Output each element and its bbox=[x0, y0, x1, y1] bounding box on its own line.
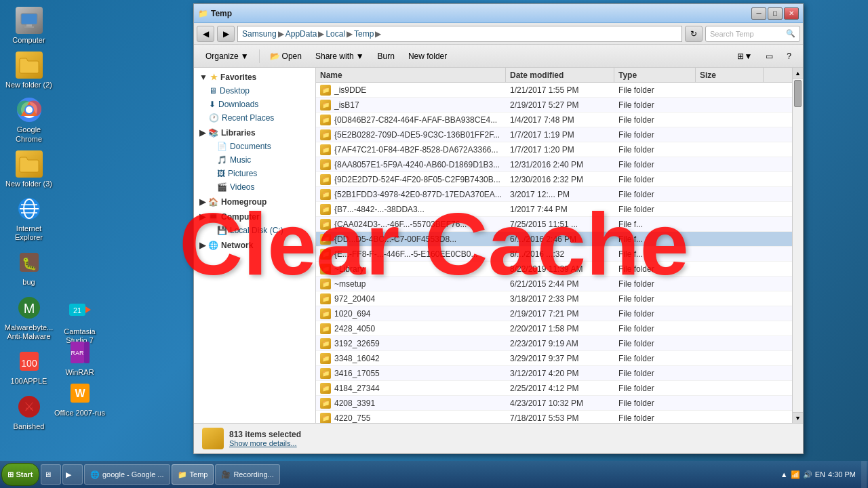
refresh-button[interactable]: ↻ bbox=[685, 26, 703, 42]
table-row[interactable]: 📁 {B7...-4842-...-38DDA3... 1/2017 7:44 … bbox=[316, 202, 792, 217]
scroll-up-button[interactable]: ▲ bbox=[793, 68, 803, 79]
desktop-icon-apple[interactable]: 100 100APPLE bbox=[3, 348, 54, 386]
path-appdata[interactable]: AppData bbox=[285, 29, 317, 39]
help-button[interactable]: ? bbox=[781, 47, 797, 65]
table-row[interactable]: 📁 2428_4050 2/20/2017 1:58 PM File folde… bbox=[316, 321, 792, 336]
table-row[interactable]: 📁 3348_16042 3/29/2017 9:37 PM File fold… bbox=[316, 351, 792, 366]
file-cell-type: File folder bbox=[614, 205, 696, 214]
view-toggle-button[interactable]: ⊞▼ bbox=[731, 47, 758, 65]
burn-button[interactable]: Burn bbox=[372, 47, 401, 65]
taskbar-folder-icon: 📁 bbox=[178, 470, 187, 479]
system-clock[interactable]: 4:30 PM bbox=[828, 470, 856, 479]
nav-item-recent[interactable]: 🕐 Recent Places bbox=[194, 111, 315, 125]
desktop-icon-winrar[interactable]: RAR WinRAR bbox=[54, 339, 105, 377]
col-header-size[interactable]: Size bbox=[696, 68, 764, 82]
share-with-button[interactable]: Share with ▼ bbox=[309, 47, 370, 65]
organize-button[interactable]: Organize ▼ bbox=[199, 47, 255, 65]
desktop-icon-computer[interactable]: Computer bbox=[3, 7, 54, 45]
table-row[interactable]: 📁 {5E2B0282-709D-4DE5-9C3C-136B01FF2F...… bbox=[316, 127, 792, 142]
table-row[interactable]: 📁 _isB17 2/19/2017 5:27 PM File folder bbox=[316, 98, 792, 113]
start-button[interactable]: ⊞ Start bbox=[1, 463, 39, 486]
nav-item-local-disk[interactable]: 💾 Local Disk (C:) bbox=[194, 224, 315, 237]
network-header[interactable]: ▶ 🌐 Network bbox=[194, 239, 315, 252]
path-samsung[interactable]: Samsung bbox=[242, 29, 277, 39]
table-row[interactable]: 📁 {9D2E2D7D-524F-4F20-8F05-C2F9B7430B...… bbox=[316, 172, 792, 187]
taskbar-show-desktop-button[interactable]: 🖥 bbox=[41, 464, 61, 485]
col-header-type[interactable]: Type bbox=[614, 68, 696, 82]
forward-button[interactable]: ▶ bbox=[217, 26, 235, 42]
toolbar-separator-1 bbox=[259, 49, 260, 63]
nav-item-music[interactable]: 🎵 Music bbox=[194, 153, 315, 167]
computer-header[interactable]: ▶ 💻 Computer bbox=[194, 210, 315, 224]
table-row[interactable]: 📁 4208_3391 4/23/2017 10:32 PM File fold… bbox=[316, 396, 792, 411]
search-box[interactable]: Search Temp 🔍 bbox=[705, 26, 800, 42]
table-row[interactable]: 📁 3192_32659 2/23/2017 9:19 AM File fold… bbox=[316, 336, 792, 351]
desktop-icon-malware[interactable]: M Malwarebyte... Anti-Malware bbox=[3, 294, 54, 341]
address-path[interactable]: Samsung ▶ AppData ▶ Local ▶ Temp ▶ bbox=[237, 26, 682, 42]
back-button[interactable]: ◀ bbox=[197, 26, 214, 42]
desktop-icon-ie[interactable]: Internet Explorer bbox=[3, 195, 54, 242]
nav-item-documents[interactable]: 📄 Documents bbox=[194, 140, 315, 153]
homegroup-header[interactable]: ▶ 🏠 Homegroup bbox=[194, 195, 315, 209]
show-details-link[interactable]: Show more details... bbox=[229, 439, 301, 447]
tray-arrow-icon[interactable]: ▲ bbox=[781, 470, 788, 479]
scroll-thumb[interactable] bbox=[794, 80, 802, 107]
table-row[interactable]: 📁 {0D846B27-C824-464F-AFAF-BBA938CE4... … bbox=[316, 113, 792, 127]
preview-pane-button[interactable]: ▭ bbox=[760, 47, 779, 65]
libraries-header[interactable]: ▶ 📚 Libraries bbox=[194, 126, 315, 140]
favorites-header[interactable]: ▼ ★ Favorites bbox=[194, 70, 315, 84]
table-row[interactable]: 📁 _is9DDE 1/21/2017 1:55 PM File folder bbox=[316, 83, 792, 98]
scroll-track[interactable]: ▲ ▼ bbox=[792, 68, 803, 423]
table-row[interactable]: 📁 4184_27344 2/25/2017 4:12 PM File fold… bbox=[316, 381, 792, 396]
table-row[interactable]: 📁 1020_694 2/19/2017 7:21 PM File folder bbox=[316, 306, 792, 321]
scroll-down-button[interactable]: ▼ bbox=[793, 412, 803, 423]
libraries-arrow-icon: ▶ bbox=[199, 128, 205, 138]
tray-volume-icon[interactable]: 🔊 bbox=[803, 470, 812, 479]
table-row[interactable]: 📁 3416_17055 3/12/2017 4:20 PM File fold… bbox=[316, 366, 792, 381]
col-header-name[interactable]: Name bbox=[316, 68, 506, 82]
nav-pane: ▼ ★ Favorites 🖥 Desktop ⬇ Downloads 🕐 bbox=[194, 68, 316, 423]
file-cell-type: File folder bbox=[614, 115, 696, 125]
desktop-icon-bug[interactable]: 🐛 bug bbox=[3, 249, 54, 287]
table-row[interactable]: 📁 {7AF47C21-0F84-4B2F-8528-DA672A3366...… bbox=[316, 142, 792, 157]
path-temp[interactable]: Temp bbox=[354, 29, 374, 39]
close-button[interactable]: ✕ bbox=[784, 7, 799, 20]
desktop-nav-icon: 🖥 bbox=[209, 86, 217, 96]
file-cell-name: 📁 2428_4050 bbox=[316, 323, 506, 334]
nav-item-downloads[interactable]: ⬇ Downloads bbox=[194, 98, 315, 111]
minimize-button[interactable]: ─ bbox=[751, 7, 766, 20]
taskbar-recording-button[interactable]: 🎥 Recording... bbox=[215, 464, 279, 485]
path-local[interactable]: Local bbox=[326, 29, 345, 39]
new-folder-button[interactable]: New folder bbox=[402, 47, 453, 65]
taskbar-temp-button[interactable]: 📁 Temp bbox=[172, 464, 214, 485]
svg-rect-1 bbox=[26, 24, 32, 26]
taskbar-chrome-button[interactable]: 🌐 google - Google ... bbox=[84, 464, 170, 485]
maximize-button[interactable]: □ bbox=[768, 7, 783, 20]
table-row[interactable]: 📁 4220_755 7/18/2017 5:53 PM File folder bbox=[316, 411, 792, 423]
open-button[interactable]: 📂 Open bbox=[264, 47, 308, 65]
search-icon[interactable]: 🔍 bbox=[786, 29, 795, 38]
file-cell-type: File f... bbox=[614, 249, 696, 259]
desktop-icon-newfolder2[interactable]: New folder (2) bbox=[3, 52, 54, 89]
desktop-icon-banished[interactable]: ⚔ Banished bbox=[3, 393, 54, 431]
table-row[interactable]: 📁 {CAA024D3-...-46F...-55703BEF76... 7/2… bbox=[316, 217, 792, 232]
taskbar-media-button[interactable]: ▶ bbox=[62, 464, 83, 485]
desktop-icon-chrome[interactable]: Google Chrome bbox=[3, 96, 54, 143]
computer-arrow-icon: ▶ bbox=[199, 212, 205, 222]
table-row[interactable]: 📁 {E...-FF8-F-...-446F...-5-E160EE0CB0..… bbox=[316, 247, 792, 262]
nav-item-desktop[interactable]: 🖥 Desktop bbox=[194, 84, 315, 98]
table-row[interactable]: 📁 ~msetup 6/21/2015 2:44 PM File folder bbox=[316, 277, 792, 291]
table-row[interactable]: 📁 {8AA8057E1-5F9A-4240-AB60-D1869D1B3...… bbox=[316, 157, 792, 172]
nav-item-pictures[interactable]: 🖼 Pictures bbox=[194, 167, 315, 180]
col-header-date[interactable]: Date modified bbox=[506, 68, 614, 82]
folder-icon: 📁 bbox=[320, 189, 331, 200]
status-bar: 813 items selected Show more details... bbox=[194, 423, 803, 453]
table-row[interactable]: 📁 ~Library 8/22/2019 11:39 AM File folde… bbox=[316, 262, 792, 277]
table-row[interactable]: 📁 {DD...D5-4BC...-C7-00F4553D8... 6/.../… bbox=[316, 232, 792, 247]
show-desktop-strip[interactable] bbox=[861, 461, 867, 488]
table-row[interactable]: 📁 {52B1FDD3-4978-42E0-877D-17EDA370EA...… bbox=[316, 187, 792, 202]
nav-item-videos[interactable]: 🎬 Videos bbox=[194, 180, 315, 194]
folder-icon: 📁 bbox=[320, 308, 331, 319]
table-row[interactable]: 📁 972_20404 3/18/2017 2:33 PM File folde… bbox=[316, 291, 792, 306]
desktop-icon-newfolder3[interactable]: New folder (3) bbox=[3, 150, 54, 188]
